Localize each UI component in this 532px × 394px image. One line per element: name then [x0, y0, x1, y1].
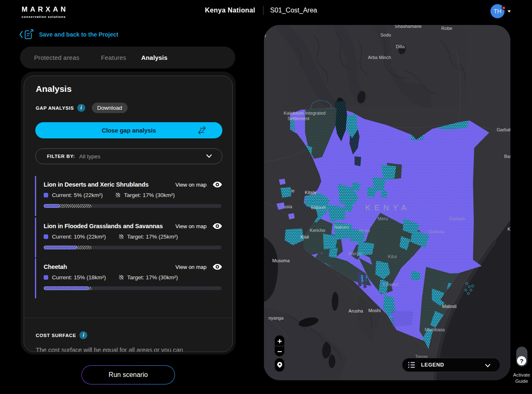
svg-text:Kitale: Kitale [305, 190, 316, 195]
svg-text:Moshi: Moshi [368, 308, 380, 313]
svg-text:Sodo: Sodo [380, 32, 391, 37]
svg-text:Nakuru: Nakuru [334, 224, 349, 229]
svg-text:Kalobeyei Integrated: Kalobeyei Integrated [284, 111, 326, 116]
svg-text:Nairobi: Nairobi [348, 251, 363, 256]
svg-text:Malindi: Malindi [442, 304, 457, 309]
svg-text:Kitui: Kitui [388, 254, 397, 259]
svg-text:Garbahaa: Garbahaa [497, 127, 510, 132]
svg-text:Arusha: Arusha [349, 308, 364, 313]
svg-text:Barde: Barde [504, 154, 510, 159]
svg-text:Kericho: Kericho [310, 228, 325, 233]
svg-text:Kisii: Kisii [300, 234, 309, 239]
svg-text:r: r [265, 33, 266, 38]
svg-text:Dadaab: Dadaab [449, 216, 465, 221]
svg-text:Dilla: Dilla [396, 44, 405, 49]
svg-text:Ki: Ki [507, 227, 510, 231]
svg-text:Garissa: Garissa [429, 229, 445, 234]
svg-text:Shashamane: Shashamane [395, 25, 422, 29]
svg-text:Arba Minch: Arba Minch [368, 55, 391, 60]
svg-text:Kibwezi: Kibwezi [383, 282, 399, 287]
svg-text:KENYA: KENYA [365, 203, 410, 212]
svg-text:Eldoret: Eldoret [311, 205, 326, 210]
svg-text:Nyeri: Nyeri [359, 228, 370, 233]
svg-text:nyanga: nyanga [268, 315, 284, 320]
svg-text:Robe: Robe [441, 26, 452, 31]
svg-text:Meru: Meru [377, 216, 388, 221]
svg-text:Musoma: Musoma [272, 258, 290, 263]
svg-text:Mombasa: Mombasa [425, 327, 445, 332]
svg-text:Settlement: Settlement [288, 116, 310, 121]
